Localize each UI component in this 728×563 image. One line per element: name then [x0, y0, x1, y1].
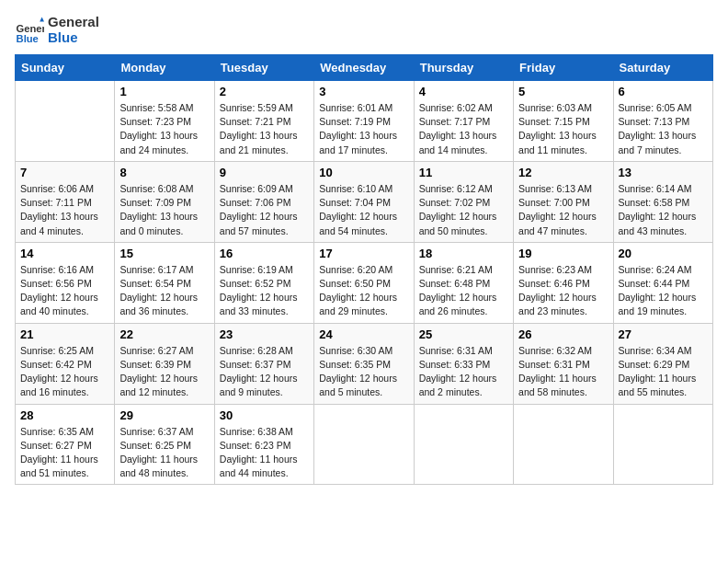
- day-info: Sunrise: 5:59 AM Sunset: 7:21 PM Dayligh…: [220, 101, 309, 157]
- calendar-cell: [314, 404, 414, 485]
- day-number: 16: [220, 247, 309, 260]
- day-info: Sunrise: 6:30 AM Sunset: 6:35 PM Dayligh…: [319, 344, 408, 400]
- day-number: 1: [119, 85, 209, 98]
- day-number: 17: [319, 247, 408, 260]
- week-row-4: 21 Sunrise: 6:25 AM Sunset: 6:42 PM Dayl…: [16, 323, 713, 404]
- day-info: Sunrise: 6:24 AM Sunset: 6:44 PM Dayligh…: [619, 263, 708, 319]
- calendar-cell: 8 Sunrise: 6:08 AM Sunset: 7:09 PM Dayli…: [115, 161, 214, 242]
- day-number: 4: [419, 85, 508, 98]
- day-info: Sunrise: 6:25 AM Sunset: 6:42 PM Dayligh…: [20, 344, 109, 400]
- calendar-cell: 4 Sunrise: 6:02 AM Sunset: 7:17 PM Dayli…: [414, 81, 513, 162]
- day-number: 25: [419, 327, 508, 341]
- calendar-cell: 22 Sunrise: 6:27 AM Sunset: 6:39 PM Dayl…: [115, 323, 214, 404]
- day-number: 24: [319, 327, 408, 341]
- day-info: Sunrise: 6:03 AM Sunset: 7:15 PM Dayligh…: [518, 101, 608, 157]
- day-info: Sunrise: 6:32 AM Sunset: 6:31 PM Dayligh…: [518, 344, 608, 400]
- calendar-cell: 10 Sunrise: 6:10 AM Sunset: 7:04 PM Dayl…: [314, 161, 414, 242]
- day-number: 13: [619, 166, 708, 179]
- day-number: 8: [119, 166, 209, 179]
- day-number: 18: [419, 247, 508, 260]
- calendar-cell: 28 Sunrise: 6:35 AM Sunset: 6:27 PM Dayl…: [16, 404, 115, 485]
- day-number: 19: [518, 247, 608, 260]
- day-number: 15: [119, 247, 209, 260]
- calendar-cell: 1 Sunrise: 5:58 AM Sunset: 7:23 PM Dayli…: [115, 81, 214, 162]
- calendar-cell: [514, 404, 613, 485]
- day-number: 21: [20, 327, 109, 341]
- logo-line2: Blue: [48, 30, 99, 46]
- calendar-cell: 13 Sunrise: 6:14 AM Sunset: 6:58 PM Dayl…: [613, 161, 712, 242]
- calendar-cell: 17 Sunrise: 6:20 AM Sunset: 6:50 PM Dayl…: [314, 242, 414, 323]
- header-day-thursday: Thursday: [414, 55, 513, 81]
- day-info: Sunrise: 6:31 AM Sunset: 6:33 PM Dayligh…: [419, 344, 508, 400]
- day-number: 26: [518, 327, 608, 341]
- day-info: Sunrise: 6:35 AM Sunset: 6:27 PM Dayligh…: [20, 425, 109, 481]
- day-info: Sunrise: 6:34 AM Sunset: 6:29 PM Dayligh…: [619, 344, 708, 400]
- day-number: 5: [518, 85, 608, 98]
- day-info: Sunrise: 6:28 AM Sunset: 6:37 PM Dayligh…: [220, 344, 309, 400]
- day-number: 2: [220, 85, 309, 98]
- day-number: 7: [20, 166, 109, 179]
- calendar-cell: 2 Sunrise: 5:59 AM Sunset: 7:21 PM Dayli…: [214, 81, 313, 162]
- day-info: Sunrise: 5:58 AM Sunset: 7:23 PM Dayligh…: [119, 101, 209, 157]
- day-info: Sunrise: 6:12 AM Sunset: 7:02 PM Dayligh…: [419, 182, 508, 238]
- day-info: Sunrise: 6:27 AM Sunset: 6:39 PM Dayligh…: [119, 344, 209, 400]
- day-number: 14: [20, 247, 109, 260]
- day-info: Sunrise: 6:06 AM Sunset: 7:11 PM Dayligh…: [20, 182, 109, 238]
- header-day-friday: Friday: [514, 55, 613, 81]
- header-day-sunday: Sunday: [16, 55, 115, 81]
- day-info: Sunrise: 6:17 AM Sunset: 6:54 PM Dayligh…: [119, 263, 209, 319]
- day-number: 10: [319, 166, 408, 179]
- calendar-cell: 9 Sunrise: 6:09 AM Sunset: 7:06 PM Dayli…: [214, 161, 313, 242]
- calendar-cell: 3 Sunrise: 6:01 AM Sunset: 7:19 PM Dayli…: [314, 81, 414, 162]
- logo-icon: General Blue: [15, 16, 44, 45]
- week-row-1: 1 Sunrise: 5:58 AM Sunset: 7:23 PM Dayli…: [16, 81, 713, 162]
- day-number: 29: [119, 408, 209, 422]
- page-header: General Blue General Blue: [15, 15, 713, 45]
- svg-text:Blue: Blue: [17, 32, 39, 43]
- day-info: Sunrise: 6:13 AM Sunset: 7:00 PM Dayligh…: [518, 182, 608, 238]
- logo: General Blue General Blue: [15, 15, 99, 45]
- day-info: Sunrise: 6:05 AM Sunset: 7:13 PM Dayligh…: [619, 101, 708, 157]
- calendar-cell: 21 Sunrise: 6:25 AM Sunset: 6:42 PM Dayl…: [16, 323, 115, 404]
- calendar-table: SundayMondayTuesdayWednesdayThursdayFrid…: [15, 54, 713, 485]
- calendar-cell: 12 Sunrise: 6:13 AM Sunset: 7:00 PM Dayl…: [514, 161, 613, 242]
- day-info: Sunrise: 6:16 AM Sunset: 6:56 PM Dayligh…: [20, 263, 109, 319]
- header-day-monday: Monday: [115, 55, 214, 81]
- calendar-cell: 29 Sunrise: 6:37 AM Sunset: 6:25 PM Dayl…: [115, 404, 214, 485]
- day-number: 20: [619, 247, 708, 260]
- day-info: Sunrise: 6:09 AM Sunset: 7:06 PM Dayligh…: [220, 182, 309, 238]
- calendar-cell: 26 Sunrise: 6:32 AM Sunset: 6:31 PM Dayl…: [514, 323, 613, 404]
- day-info: Sunrise: 6:08 AM Sunset: 7:09 PM Dayligh…: [119, 182, 209, 238]
- calendar-cell: 7 Sunrise: 6:06 AM Sunset: 7:11 PM Dayli…: [16, 161, 115, 242]
- day-number: 9: [220, 166, 309, 179]
- calendar-cell: 24 Sunrise: 6:30 AM Sunset: 6:35 PM Dayl…: [314, 323, 414, 404]
- svg-marker-2: [40, 17, 44, 21]
- header-day-wednesday: Wednesday: [314, 55, 414, 81]
- day-info: Sunrise: 6:20 AM Sunset: 6:50 PM Dayligh…: [319, 263, 408, 319]
- day-number: 6: [619, 85, 708, 98]
- calendar-cell: 19 Sunrise: 6:23 AM Sunset: 6:46 PM Dayl…: [514, 242, 613, 323]
- day-number: 27: [619, 327, 708, 341]
- week-row-3: 14 Sunrise: 6:16 AM Sunset: 6:56 PM Dayl…: [16, 242, 713, 323]
- calendar-cell: 30 Sunrise: 6:38 AM Sunset: 6:23 PM Dayl…: [214, 404, 313, 485]
- calendar-cell: [613, 404, 712, 485]
- week-row-2: 7 Sunrise: 6:06 AM Sunset: 7:11 PM Dayli…: [16, 161, 713, 242]
- day-number: 22: [119, 327, 209, 341]
- day-number: 11: [419, 166, 508, 179]
- day-info: Sunrise: 6:10 AM Sunset: 7:04 PM Dayligh…: [319, 182, 408, 238]
- calendar-cell: 6 Sunrise: 6:05 AM Sunset: 7:13 PM Dayli…: [613, 81, 712, 162]
- calendar-cell: 25 Sunrise: 6:31 AM Sunset: 6:33 PM Dayl…: [414, 323, 513, 404]
- day-number: 12: [518, 166, 608, 179]
- week-row-5: 28 Sunrise: 6:35 AM Sunset: 6:27 PM Dayl…: [16, 404, 713, 485]
- calendar-cell: 11 Sunrise: 6:12 AM Sunset: 7:02 PM Dayl…: [414, 161, 513, 242]
- calendar-cell: 27 Sunrise: 6:34 AM Sunset: 6:29 PM Dayl…: [613, 323, 712, 404]
- logo-line1: General: [48, 15, 99, 30]
- calendar-cell: 14 Sunrise: 6:16 AM Sunset: 6:56 PM Dayl…: [16, 242, 115, 323]
- calendar-cell: [414, 404, 513, 485]
- calendar-cell: 20 Sunrise: 6:24 AM Sunset: 6:44 PM Dayl…: [613, 242, 712, 323]
- calendar-cell: [16, 81, 115, 162]
- calendar-cell: 23 Sunrise: 6:28 AM Sunset: 6:37 PM Dayl…: [214, 323, 313, 404]
- day-number: 3: [319, 85, 408, 98]
- calendar-cell: 18 Sunrise: 6:21 AM Sunset: 6:48 PM Dayl…: [414, 242, 513, 323]
- day-number: 23: [220, 327, 309, 341]
